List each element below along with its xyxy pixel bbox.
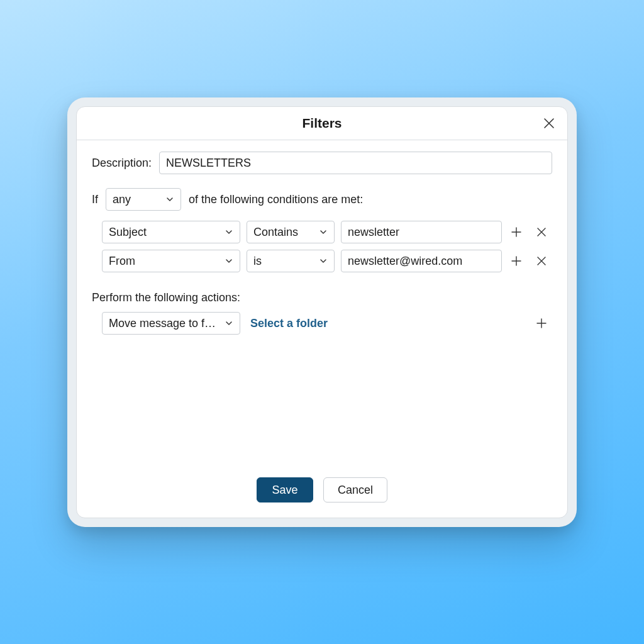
chevron-down-icon (225, 228, 233, 236)
condition-field-value: From (109, 255, 135, 268)
dialog-content: Description: If any of the following con… (77, 140, 567, 466)
condition-prefix: If (92, 193, 98, 206)
condition-op-value: Contains (253, 226, 298, 239)
condition-op-value: is (253, 255, 262, 268)
condition-field-select[interactable]: From (102, 250, 240, 272)
condition-suffix: of the following conditions are met: (189, 193, 363, 206)
chevron-down-icon (165, 195, 174, 204)
add-action-button[interactable] (533, 315, 550, 331)
condition-op-select[interactable]: is (247, 250, 335, 272)
chevron-down-icon (225, 319, 233, 328)
condition-header-row: If any of the following conditions are m… (92, 188, 552, 211)
add-condition-button[interactable] (508, 253, 525, 269)
plus-icon (535, 317, 548, 330)
close-icon (536, 255, 547, 267)
save-button[interactable]: Save (257, 477, 313, 502)
chevron-down-icon (225, 257, 233, 265)
dialog-title: Filters (302, 116, 341, 131)
cancel-button[interactable]: Cancel (323, 477, 387, 502)
remove-condition-button[interactable] (533, 253, 550, 269)
match-mode-select[interactable]: any (106, 188, 181, 211)
description-label: Description: (92, 157, 152, 170)
condition-row: Subject Contains (102, 221, 552, 243)
condition-value-input[interactable] (341, 221, 502, 243)
description-input[interactable] (159, 152, 552, 174)
close-icon (536, 226, 547, 238)
description-row: Description: (92, 152, 552, 174)
close-button[interactable] (542, 116, 556, 130)
match-mode-value: any (113, 193, 131, 206)
condition-op-select[interactable]: Contains (247, 221, 335, 243)
condition-value-input[interactable] (341, 250, 502, 272)
condition-field-select[interactable]: Subject (102, 221, 240, 243)
close-icon (543, 117, 555, 130)
remove-condition-button[interactable] (533, 224, 550, 240)
chevron-down-icon (319, 257, 328, 265)
condition-row: From is (102, 250, 552, 272)
chevron-down-icon (319, 228, 328, 236)
condition-field-value: Subject (109, 226, 147, 239)
action-type-select[interactable]: Move message to fol... (102, 312, 240, 335)
select-folder-link[interactable]: Select a folder (250, 317, 328, 330)
dialog-frame: Filters Description: If any of the follo… (67, 97, 577, 527)
plus-icon (510, 255, 523, 267)
plus-icon (510, 226, 523, 238)
titlebar: Filters (77, 107, 567, 140)
add-condition-button[interactable] (508, 224, 525, 240)
dialog-footer: Save Cancel (77, 466, 567, 518)
actions-header: Perform the following actions: (92, 291, 552, 304)
filters-dialog: Filters Description: If any of the follo… (76, 106, 568, 518)
action-row: Move message to fol... Select a folder (102, 312, 552, 335)
action-type-value: Move message to fol... (109, 317, 219, 330)
